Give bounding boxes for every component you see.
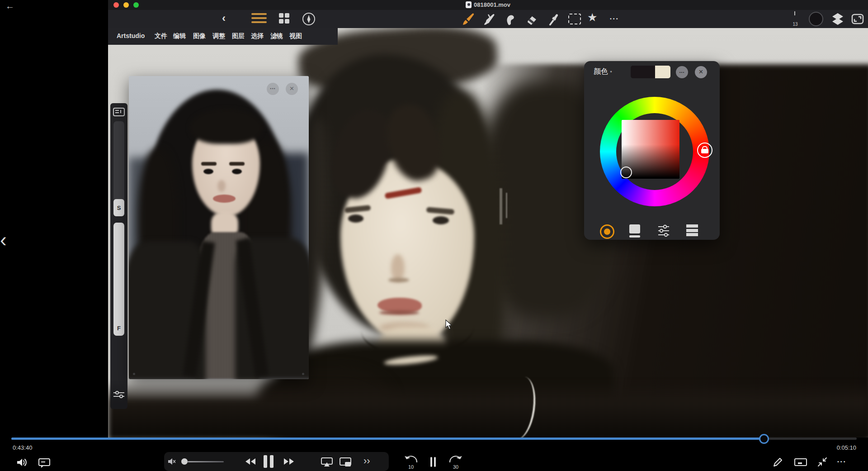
color-panel-more-button[interactable]: ••• [676,66,688,78]
elapsed-time: 0:43:40 [13,444,32,451]
brush-settings-icon[interactable] [113,390,125,399]
size-slider-thumb[interactable]: S [113,199,124,216]
flow-slider-label: F [113,325,124,332]
player-back-button[interactable]: ← [5,1,14,11]
reference-close-button[interactable]: × [286,83,298,95]
app-back-chevron-icon[interactable]: ‹ [222,13,226,24]
current-color-well[interactable] [809,12,823,26]
reference-image-window[interactable]: ••• × [129,76,309,379]
favorites-star-tool[interactable]: ★ [587,11,597,24]
wheel-mode-tab[interactable] [600,224,614,239]
paint-grey-mark [506,193,507,218]
skip-back-button[interactable]: 10 [404,455,418,470]
box-mode-tab-underline [629,235,640,238]
window-title-wrap: 0818001.mov [108,1,868,8]
artstudio-toolbar: ‹ ★ ••• 13 [108,10,868,28]
toolbar-more-icon[interactable]: ••• [610,16,619,21]
skip-forward-button[interactable]: 30 [448,455,463,470]
mute-icon[interactable] [168,458,177,465]
flow-slider[interactable]: F [113,223,124,336]
paint-eye-left [348,214,363,223]
menu-artstudio[interactable]: Artstudio [117,32,145,39]
timeline-track[interactable] [11,438,857,440]
menu-adjust[interactable]: 调整 [212,32,225,40]
paint-grey-mark [500,188,502,224]
touchbar-icon[interactable] [794,458,807,467]
eyedropper-tool[interactable] [547,13,561,26]
size-slider-label: S [113,205,124,211]
reference-more-button[interactable]: ••• [267,83,279,95]
ref-brow-right [229,162,245,166]
eraser-tool[interactable] [526,13,539,26]
reference-resize-handle[interactable] [133,373,135,375]
paint-eye-right [433,216,449,224]
sliders-mode-tab[interactable] [657,224,670,238]
airplay-icon[interactable] [321,457,333,467]
menu-select[interactable]: 选择 [251,32,264,40]
size-slider[interactable]: S [113,121,124,216]
pause-button[interactable] [264,455,274,468]
mini-pause-button[interactable] [430,457,436,467]
ref-eye-right [232,169,242,174]
marquee-select-tool[interactable] [568,14,581,24]
color-panel: 颜色 • ••• × [584,61,720,240]
video-player-stage: 0818001.mov ‹ ★ ••• [0,0,868,471]
artstudio-sidebar: S F [110,103,127,409]
mouse-cursor [445,319,455,330]
color-panel-close-button[interactable]: × [695,66,707,78]
more-controls-chevrons[interactable]: ›› [363,455,370,467]
swatches-mode-tab[interactable] [686,224,698,236]
color-dot: • [610,69,612,75]
pip-icon[interactable] [339,457,352,467]
hamburger-menu-icon[interactable] [251,13,267,25]
timeline-playhead[interactable] [759,434,769,444]
menu-layer[interactable]: 图层 [232,32,245,40]
layers-panel-icon[interactable] [831,12,844,26]
transport-bar: ›› [164,452,389,471]
ref-brow-left [201,162,217,166]
player-more-icon[interactable]: ••• [837,459,847,464]
panel-list-icon[interactable] [113,108,125,116]
menu-image[interactable]: 图像 [193,32,206,40]
menu-view[interactable]: 视图 [289,32,302,40]
gallery-grid-icon[interactable] [279,13,290,24]
markup-pencil-icon[interactable] [772,456,784,468]
fast-forward-button[interactable] [283,457,295,466]
hue-cursor-lock[interactable] [697,143,712,158]
skip-forward-label: 30 [448,464,463,470]
volume-icon[interactable] [15,457,28,468]
menu-filter[interactable]: 滤镜 [270,32,283,40]
paint-bottom-dark [108,381,868,438]
skip-back-label: 10 [404,464,418,470]
window-titlebar[interactable]: 0818001.mov [108,0,868,10]
ref-bangs [190,109,262,144]
sv-cursor[interactable] [620,167,632,178]
secondary-color-swatch[interactable] [655,66,670,78]
mixer-brush-tool[interactable] [483,13,497,26]
stylus-settings-icon[interactable] [302,12,316,26]
ref-lips [213,195,236,203]
window-title: 0818001.mov [474,1,510,8]
fullscreen-canvas-icon[interactable] [851,14,864,24]
previous-chapter-chevron[interactable]: ‹ [0,230,7,250]
menu-file[interactable]: 文件 [155,32,167,40]
ref-eye-left [203,169,213,174]
timeline-progress [11,438,764,440]
brush-size-value: 13 [790,22,801,27]
volume-slider-thumb[interactable] [181,458,188,465]
paint-nose-shadow [391,254,405,281]
lock-icon-body [701,149,708,153]
brush-size-tick [794,11,795,15]
box-mode-tab[interactable] [629,224,640,233]
paintbrush-tool[interactable] [462,13,475,26]
exit-fullscreen-icon[interactable] [816,456,828,468]
subtitles-icon[interactable] [38,457,51,468]
color-panel-title: 颜色 • [594,67,612,76]
artstudio-menubar: Artstudio 文件 编辑 图像 调整 图层 选择 滤镜 视图 [108,28,338,45]
primary-color-swatch[interactable] [631,66,655,78]
reference-resize-handle[interactable] [302,373,304,375]
volume-slider-track[interactable] [188,461,224,462]
rewind-button[interactable] [244,457,257,466]
smudge-tool[interactable] [504,13,518,26]
menu-edit[interactable]: 编辑 [173,32,186,40]
